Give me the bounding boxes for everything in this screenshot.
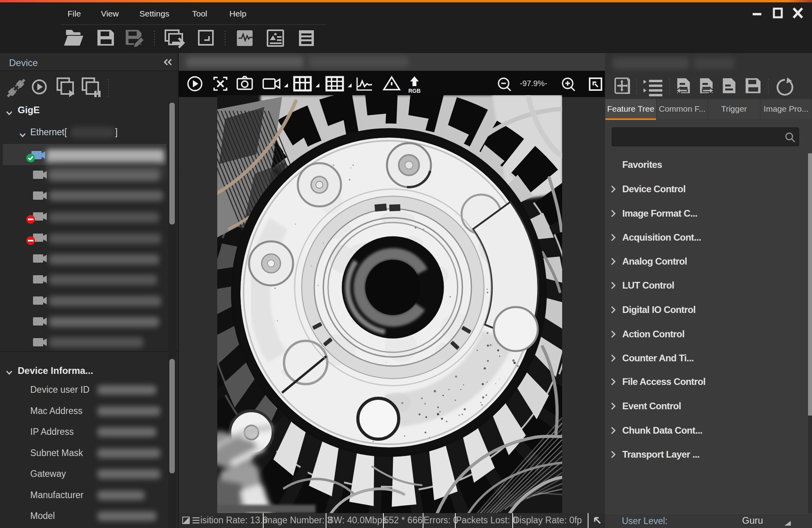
svg-text:RGB: RGB — [408, 88, 420, 94]
